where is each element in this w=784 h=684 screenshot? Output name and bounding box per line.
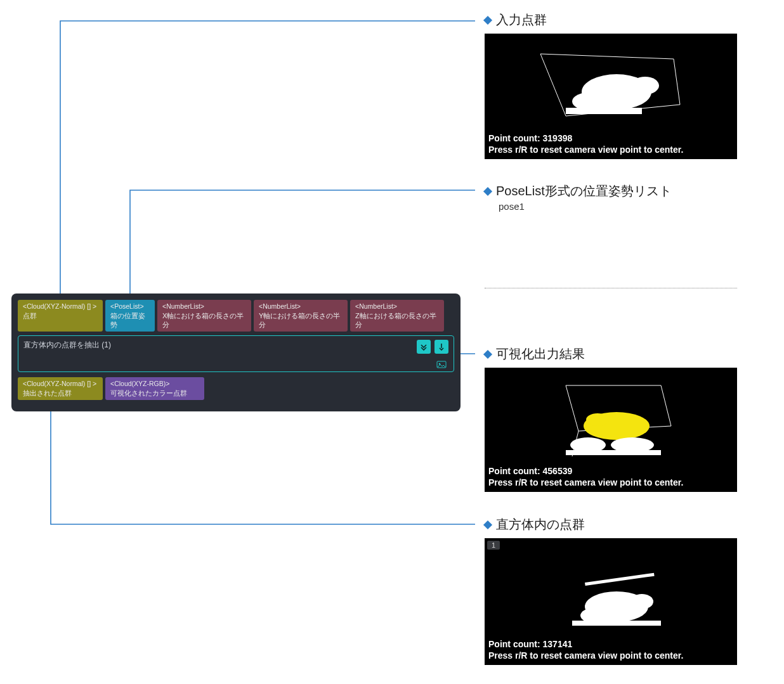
viewer-input-cloud: Point count: 319398 Press r/R to reset c… [485, 34, 737, 159]
svg-point-2 [631, 77, 659, 94]
annotation-title: PoseList形式の位置姿勢リスト [485, 183, 672, 200]
input-port-half-z[interactable]: <NumberList> Z軸における箱の長さの半分 [350, 300, 444, 332]
port-type: <Cloud(XYZ-RGB)> [110, 380, 199, 389]
image-icon[interactable] [434, 358, 448, 371]
input-port-row: <Cloud(XYZ-Normal) [] > 点群 <PoseList> 箱の… [18, 300, 454, 332]
port-type: <NumberList> [355, 302, 439, 311]
port-label: 箱の位置姿勢 [110, 311, 150, 330]
annotation-title: 可視化出力結果 [485, 345, 737, 363]
svg-rect-8 [566, 450, 661, 455]
node-title: 直方体内の点群を抽出 (1) [23, 340, 448, 351]
svg-point-5 [586, 413, 609, 426]
annotation-subtitle: pose1 [499, 201, 672, 212]
svg-rect-9 [585, 573, 655, 586]
viewer-hint-text: Press r/R to reset camera view point to … [488, 477, 683, 487]
annotation-vis-output: 可視化出力結果 Point count: 456539 Press r/R to… [485, 345, 737, 492]
viewer-hint-text: Press r/R to reset camera view point to … [488, 650, 683, 661]
viewer-tab[interactable]: 1 [487, 541, 500, 550]
svg-rect-13 [572, 621, 661, 626]
node-body[interactable]: 直方体内の点群を抽出 (1) [18, 335, 454, 372]
port-label: 可視化されたカラー点群 [110, 389, 199, 397]
annotation-poselist: PoseList形式の位置姿勢リスト pose1 [485, 183, 672, 212]
port-label: 点群 [23, 311, 98, 320]
svg-rect-3 [566, 108, 642, 114]
port-type: <NumberList> [259, 302, 343, 311]
output-port-color-cloud[interactable]: <Cloud(XYZ-RGB)> 可視化されたカラー点群 [105, 377, 204, 400]
point-count-text: Point count: 456539 [488, 466, 572, 476]
port-label: X軸における箱の長さの半分 [162, 311, 246, 330]
svg-point-12 [630, 594, 653, 609]
port-label: Z軸における箱の長さの半分 [355, 311, 439, 330]
annotation-title: 直方体内の点群 [485, 516, 737, 533]
expand-down-icon[interactable] [417, 340, 431, 354]
port-type: <NumberList> [162, 302, 246, 311]
output-port-row: <Cloud(XYZ-Normal) [] > 抽出された点群 <Cloud(X… [18, 377, 454, 400]
viewer-box-cloud: 1 Point count: 137141 Press r/R to reset… [485, 538, 737, 665]
input-port-half-x[interactable]: <NumberList> X軸における箱の長さの半分 [157, 300, 251, 332]
pin-icon[interactable] [434, 340, 448, 354]
annotation-box-cloud: 直方体内の点群 1 Point count: 137141 Press r/R … [485, 516, 737, 665]
annotation-input-cloud: 入力点群 Point count: 319398 Press r/R to re… [485, 11, 737, 159]
viewer-hint-text: Press r/R to reset camera view point to … [488, 145, 683, 155]
input-port-half-y[interactable]: <NumberList> Y軸における箱の長さの半分 [254, 300, 348, 332]
point-count-text: Point count: 319398 [488, 133, 572, 143]
port-type: <PoseList> [110, 302, 150, 311]
separator-line [485, 288, 737, 288]
viewer-vis-output: Point count: 456539 Press r/R to reset c… [485, 368, 737, 492]
output-port-extracted-cloud[interactable]: <Cloud(XYZ-Normal) [] > 抽出された点群 [18, 377, 103, 400]
node-panel: <Cloud(XYZ-Normal) [] > 点群 <PoseList> 箱の… [11, 294, 461, 411]
port-label: 抽出された点群 [23, 389, 98, 397]
port-label: Y軸における箱の長さの半分 [259, 311, 343, 330]
port-type: <Cloud(XYZ-Normal) [] > [23, 380, 98, 389]
annotation-title: 入力点群 [485, 11, 737, 29]
input-port-cloud[interactable]: <Cloud(XYZ-Normal) [] > 点群 [18, 300, 103, 332]
port-type: <Cloud(XYZ-Normal) [] > [23, 302, 98, 311]
point-count-text: Point count: 137141 [488, 639, 572, 649]
input-port-poselist[interactable]: <PoseList> 箱の位置姿勢 [105, 300, 155, 332]
node-icon-group [417, 340, 448, 354]
